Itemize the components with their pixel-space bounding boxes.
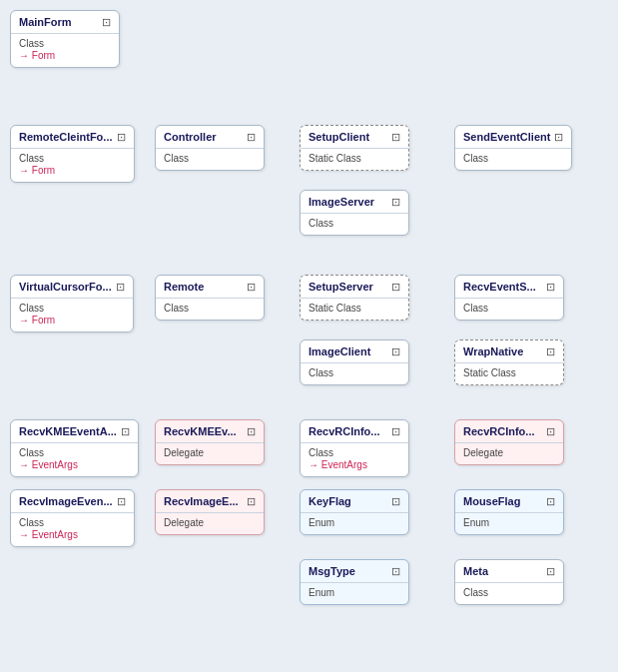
node-type: Class [463,303,555,314]
node-type: Static Class [309,303,400,314]
node-inherit: Form [19,165,126,176]
node-header: VirtualCursorFo... ⊡ [19,281,125,294]
node-recvimageeven[interactable]: RecvImageEven... ⊡ ClassEventArgs [10,489,135,547]
node-collapse-icon[interactable]: ⊡ [117,131,126,144]
node-collapse-icon[interactable]: ⊡ [554,131,563,144]
node-type: Class [463,153,563,164]
node-collapse-icon[interactable]: ⊡ [391,196,400,209]
node-collapse-icon[interactable]: ⊡ [546,425,555,438]
node-type: Class [164,303,256,314]
node-meta[interactable]: Meta ⊡ Class [454,559,564,605]
node-divider [301,298,408,299]
node-collapse-icon[interactable]: ⊡ [247,495,256,508]
node-header: MainForm ⊡ [19,16,111,29]
node-collapse-icon[interactable]: ⊡ [102,16,111,29]
node-recvevents[interactable]: RecvEventS... ⊡ Class [454,275,564,321]
node-recvimagee[interactable]: RecvImageE... ⊡ Delegate [155,489,265,535]
node-imageclient[interactable]: ImageClient ⊡ Class [300,339,409,385]
node-header: Meta ⊡ [463,565,555,578]
node-recvkmev[interactable]: RecvKMEEv... ⊡ Delegate [155,419,265,465]
node-divider [156,442,264,443]
node-type: Enum [309,587,400,598]
node-title: SendEventClient [463,131,550,143]
node-header: ImageClient ⊡ [309,345,400,358]
node-title: WrapNative [463,345,523,357]
node-mainform[interactable]: MainForm ⊡ ClassForm [10,10,120,68]
node-header: RecvKMEEv... ⊡ [164,425,256,438]
node-inherit: EventArgs [19,529,126,540]
node-title: RecvEventS... [463,281,536,293]
node-type: Static Class [463,367,555,378]
node-inherit: Form [19,315,125,326]
node-setupclient[interactable]: SetupClient ⊡ Static Class [300,125,409,171]
node-collapse-icon[interactable]: ⊡ [391,131,400,144]
node-header: SetupClient ⊡ [309,131,400,144]
node-recvrcinfo1[interactable]: RecvRCInfo... ⊡ ClassEventArgs [300,419,409,477]
node-imageserver[interactable]: ImageServer ⊡ Class [300,190,409,236]
node-msgtype[interactable]: MsgType ⊡ Enum [300,559,409,605]
node-keyflag[interactable]: KeyFlag ⊡ Enum [300,489,409,535]
node-remoteclientfo[interactable]: RemoteCleintFo... ⊡ ClassForm [10,125,135,183]
node-divider [455,442,563,443]
node-inherit: Form [19,50,111,61]
node-title: VirtualCursorFo... [19,281,112,293]
node-title: RecvRCInfo... [309,425,380,437]
node-header: RecvRCInfo... ⊡ [309,425,400,438]
node-header: Controller ⊡ [164,131,256,144]
node-collapse-icon[interactable]: ⊡ [391,495,400,508]
node-collapse-icon[interactable]: ⊡ [116,281,125,294]
node-inherit: EventArgs [309,459,400,470]
node-recvrcinfo2[interactable]: RecvRCInfo... ⊡ Delegate [454,419,564,465]
node-type: Class [19,38,111,49]
node-type: Delegate [164,447,256,458]
node-collapse-icon[interactable]: ⊡ [391,425,400,438]
node-header: RecvKMEEventA... ⊡ [19,425,130,438]
node-title: RecvImageEven... [19,495,113,507]
node-inherit: EventArgs [19,459,130,470]
node-collapse-icon[interactable]: ⊡ [546,565,555,578]
node-title: MouseFlag [463,495,520,507]
node-type: Class [19,153,126,164]
node-collapse-icon[interactable]: ⊡ [546,345,555,358]
node-header: Remote ⊡ [164,281,256,294]
node-type: Class [19,447,130,458]
node-divider [156,512,264,513]
node-mouseflag[interactable]: MouseFlag ⊡ Enum [454,489,564,535]
node-title: MsgType [309,565,355,577]
node-sendeventclient[interactable]: SendEventClient ⊡ Class [454,125,572,171]
node-collapse-icon[interactable]: ⊡ [117,495,126,508]
node-remote[interactable]: Remote ⊡ Class [155,275,265,321]
node-divider [455,298,563,299]
node-collapse-icon[interactable]: ⊡ [247,425,256,438]
node-controller[interactable]: Controller ⊡ Class [155,125,265,171]
node-setupserver[interactable]: SetupServer ⊡ Static Class [300,275,409,321]
node-divider [301,512,408,513]
node-header: RecvRCInfo... ⊡ [463,425,555,438]
node-type: Delegate [164,517,256,528]
node-title: ImageServer [309,196,374,208]
node-title: SetupClient [309,131,369,143]
node-divider [301,213,408,214]
node-virtualcursorfo[interactable]: VirtualCursorFo... ⊡ ClassForm [10,275,134,333]
node-type: Class [309,367,400,378]
node-collapse-icon[interactable]: ⊡ [546,495,555,508]
node-divider [11,148,134,149]
node-collapse-icon[interactable]: ⊡ [247,131,256,144]
node-collapse-icon[interactable]: ⊡ [391,345,400,358]
node-title: MainForm [19,16,72,28]
node-collapse-icon[interactable]: ⊡ [121,425,130,438]
node-wrapnative[interactable]: WrapNative ⊡ Static Class [454,339,564,385]
node-divider [455,362,563,363]
node-header: SendEventClient ⊡ [463,131,563,144]
node-collapse-icon[interactable]: ⊡ [391,281,400,294]
node-collapse-icon[interactable]: ⊡ [391,565,400,578]
node-divider [455,512,563,513]
node-divider [301,442,408,443]
node-header: SetupServer ⊡ [309,281,400,294]
node-title: Meta [463,565,488,577]
node-title: ImageClient [309,345,370,357]
node-header: RecvImageE... ⊡ [164,495,256,508]
node-collapse-icon[interactable]: ⊡ [546,281,555,294]
node-collapse-icon[interactable]: ⊡ [247,281,256,294]
node-recvkmeeventa[interactable]: RecvKMEEventA... ⊡ ClassEventArgs [10,419,139,477]
